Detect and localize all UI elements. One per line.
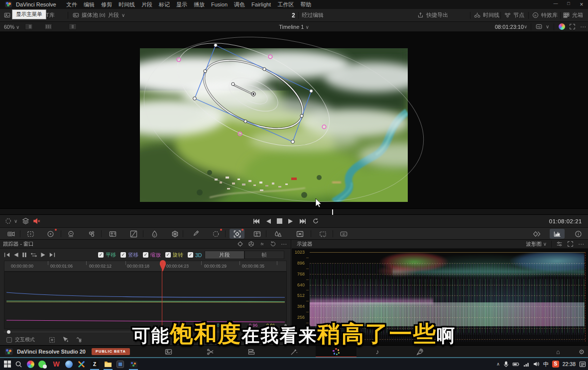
menu-fusion[interactable]: Fusion <box>211 1 228 7</box>
tracker-button[interactable] <box>230 229 244 239</box>
network-icon[interactable] <box>523 362 530 367</box>
track-to-end-button[interactable] <box>49 252 55 258</box>
chevron-down-icon[interactable]: ∨ <box>546 24 549 29</box>
effects-library-button[interactable]: fx 特效库 <box>532 11 558 19</box>
tracker-playhead-pin[interactable] <box>159 260 166 272</box>
qualifier-button[interactable] <box>147 229 162 239</box>
scope-options-icon[interactable]: ⋯ <box>578 241 584 247</box>
microphone-icon[interactable] <box>503 361 509 368</box>
chevron-down-icon[interactable]: ∨ <box>14 219 17 224</box>
zoom-checkbox[interactable]: ✓缩放 <box>143 252 161 259</box>
battery-icon[interactable] <box>512 362 520 367</box>
keyframes-panel-button[interactable] <box>529 229 544 239</box>
tracker-ruler[interactable]: 00:00:00:00 00:00:01:06 00:00:02:12 00:0… <box>4 261 287 272</box>
track-backward-button[interactable] <box>13 252 18 258</box>
3d-checkbox[interactable]: ✓3D <box>188 252 202 258</box>
maximize-button[interactable]: □ <box>562 1 575 8</box>
pan-checkbox[interactable]: ✓平移 <box>98 252 116 259</box>
eyedropper-button[interactable] <box>188 229 203 239</box>
tray-expand-caret[interactable]: ∧ <box>496 362 500 367</box>
clip-info-icon[interactable]: HD <box>536 23 542 30</box>
canvas-button[interactable] <box>315 229 330 239</box>
qualifier-3d-button[interactable] <box>167 229 182 239</box>
menu-fairlight[interactable]: Fairlight <box>251 1 271 7</box>
menu-workspace[interactable]: 工作区 <box>277 1 294 8</box>
scope-expand-icon[interactable] <box>567 241 574 247</box>
3d-button[interactable]: 3D <box>336 229 351 239</box>
app-logo-icon[interactable] <box>5 1 12 7</box>
play-button[interactable] <box>288 218 293 224</box>
tracker-fx-icon[interactable]: fx <box>259 241 265 247</box>
window-outline-toggle-icon[interactable] <box>5 217 12 225</box>
menu-edit[interactable]: 编辑 <box>84 1 95 8</box>
stop-button[interactable] <box>277 218 282 224</box>
taskbar-davinci-resolve[interactable] <box>126 358 141 370</box>
taskbar-app-z[interactable]: Z <box>87 358 102 370</box>
lightbox-button[interactable]: 光箱 <box>563 11 583 19</box>
camera-raw-button[interactable] <box>3 229 18 239</box>
speaker-icon[interactable] <box>533 361 540 367</box>
menu-help[interactable]: 帮助 <box>300 1 311 8</box>
menu-file[interactable]: 文件 <box>66 1 77 8</box>
menu-playback[interactable]: 播放 <box>194 1 205 8</box>
key-button[interactable] <box>292 229 307 239</box>
taskbar-app-messenger[interactable] <box>34 358 49 370</box>
tracker-cloud-icon[interactable] <box>248 241 254 247</box>
power-window-overlay[interactable] <box>0 32 588 208</box>
color-wheels-button[interactable] <box>43 229 58 239</box>
hdr-wheels-button[interactable]: HDR <box>63 229 78 239</box>
color-viewer-icon[interactable] <box>559 23 565 30</box>
loop-button[interactable] <box>312 218 319 224</box>
mute-icon[interactable] <box>33 217 40 225</box>
curves-button[interactable] <box>126 229 141 239</box>
menu-clip[interactable]: 片段 <box>141 1 152 8</box>
gallery-button[interactable] <box>4 12 10 18</box>
play-reverse-button[interactable] <box>266 218 271 224</box>
menu-view[interactable]: 显示 <box>176 1 187 8</box>
viewer-area[interactable] <box>0 32 588 208</box>
expand-icon[interactable] <box>569 23 576 30</box>
sizing-button[interactable] <box>23 229 38 239</box>
scope-mode-select[interactable]: 波形图 ∨ <box>526 241 547 248</box>
info-panel-button[interactable] <box>571 229 586 239</box>
window-button[interactable] <box>208 229 223 239</box>
magic-mask-button[interactable] <box>249 229 264 239</box>
notification-icon[interactable] <box>579 361 586 368</box>
viewer-scrub-bar[interactable] <box>0 208 588 215</box>
goto-end-button[interactable] <box>299 218 306 224</box>
options-dots-icon[interactable]: ⋯ <box>580 24 586 30</box>
taskbar-app-x[interactable] <box>74 358 89 370</box>
motion-effects-button[interactable] <box>105 229 120 239</box>
tab-clip[interactable]: 片段 <box>205 251 244 259</box>
menu-mark[interactable]: 标记 <box>159 1 170 8</box>
scope-settings-icon[interactable] <box>556 241 563 247</box>
blur-button[interactable] <box>270 229 285 239</box>
quick-export-button[interactable]: 快捷导出 <box>417 11 448 19</box>
minimize-button[interactable]: — <box>549 1 562 8</box>
app-menu[interactable]: DaVinci Resolve <box>16 1 56 7</box>
scopes-panel-button[interactable] <box>550 229 565 239</box>
clock[interactable]: 22:38 <box>563 361 576 367</box>
clips-button[interactable]: 片段 ∨ <box>99 11 125 19</box>
pause-tracking-button[interactable] <box>22 252 27 258</box>
ime-indicator[interactable]: 中 <box>543 361 549 368</box>
media-pool-button[interactable]: 媒体池 <box>73 11 98 19</box>
rotate-checkbox[interactable]: ✓旋转 <box>165 252 183 259</box>
layers-icon[interactable] <box>22 217 29 225</box>
tracker-reset-icon[interactable] <box>270 241 276 247</box>
track-forward-button[interactable] <box>41 252 46 258</box>
track-to-start-button[interactable] <box>4 252 10 258</box>
nodes-panel-button[interactable]: 节点 <box>504 11 524 19</box>
rgb-mixer-button[interactable] <box>84 229 99 239</box>
tracker-options-icon[interactable]: ⋯ <box>281 241 287 247</box>
close-button[interactable]: × <box>575 1 588 8</box>
timeline-panel-button[interactable]: 时间线 <box>474 11 499 19</box>
chevron-down-icon[interactable]: ∨ <box>524 24 527 29</box>
scrub-playhead[interactable] <box>332 209 333 215</box>
tab-frame[interactable]: 帧 <box>244 251 284 259</box>
menu-trim[interactable]: 修剪 <box>101 1 112 8</box>
goto-start-button[interactable] <box>253 218 260 224</box>
sogou-icon[interactable]: S <box>552 361 559 368</box>
menu-timeline[interactable]: 时间线 <box>118 1 135 8</box>
taskbar-app-window[interactable] <box>113 358 127 370</box>
